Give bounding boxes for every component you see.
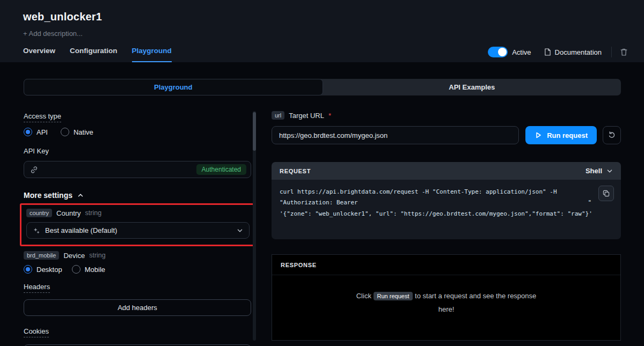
code-line-3: '{"zone": "web_unlocker1", "url": "https…: [280, 209, 613, 219]
device-tag: brd_mobile: [24, 251, 59, 260]
left-panel-scrollbar[interactable]: [253, 111, 256, 341]
radio-desktop-control[interactable]: [24, 265, 32, 274]
radio-option-api[interactable]: API: [24, 128, 48, 136]
radio-option-mobile[interactable]: Mobile: [72, 265, 105, 274]
main-content: Playground API Examples Access type API …: [0, 62, 644, 346]
reset-button[interactable]: [603, 126, 621, 144]
country-tag: country: [26, 209, 52, 217]
active-toggle-label: Active: [512, 48, 531, 56]
radio-option-native[interactable]: Native: [61, 128, 93, 136]
view-switcher: Playground API Examples: [24, 79, 621, 95]
toggle-knob: [498, 48, 507, 56]
device-label: Device: [63, 252, 85, 260]
header-divider: [611, 47, 612, 57]
api-key-field[interactable]: Authenticated: [24, 161, 251, 178]
more-settings-label: More settings: [24, 191, 72, 200]
device-param-row: brd_mobile Device string: [24, 251, 251, 260]
headers-label: Headers: [24, 283, 50, 293]
add-description[interactable]: + Add description...: [23, 30, 628, 38]
target-url-input[interactable]: https://geo.brdtest.com/mygeo.json: [272, 126, 519, 144]
play-icon: [535, 131, 542, 139]
request-panel: REQUEST Shell curl https://api.brightdat…: [272, 162, 621, 239]
country-select-value: Best available (Default): [45, 226, 117, 234]
radio-native-control[interactable]: [61, 128, 69, 136]
device-options: Desktop Mobile: [24, 265, 251, 274]
scrollbar-thumb[interactable]: [253, 112, 256, 151]
url-tag: url: [272, 111, 284, 120]
access-type-options: API Native: [24, 128, 251, 136]
view-tab-playground[interactable]: Playground: [24, 79, 323, 95]
link-icon: [30, 166, 38, 174]
response-title: RESPONSE: [272, 255, 620, 275]
more-settings-toggle[interactable]: More settings: [24, 191, 251, 200]
access-type-label: Access type: [24, 112, 61, 122]
copy-code-button[interactable]: [598, 186, 614, 201]
radio-option-desktop[interactable]: Desktop: [24, 265, 62, 274]
tab-configuration[interactable]: Configuration: [70, 47, 117, 62]
view-tab-api-examples[interactable]: API Examples: [323, 79, 621, 95]
radio-api-control[interactable]: [24, 128, 32, 136]
request-header: REQUEST Shell: [272, 162, 621, 180]
chevron-up-icon: [77, 192, 84, 198]
request-code-block: curl https://api.brightdata.com/request …: [272, 180, 621, 239]
required-asterisk: *: [328, 112, 331, 120]
cookies-label: Cookies: [24, 327, 49, 337]
tab-playground[interactable]: Playground: [132, 47, 172, 62]
documentation-label: Documentation: [555, 48, 602, 56]
delete-zone-button[interactable]: [620, 48, 628, 56]
active-toggle[interactable]: [488, 47, 508, 57]
sparkles-icon: [33, 227, 40, 234]
add-headers-button[interactable]: Add headers: [24, 299, 251, 316]
target-url-value: https://geo.brdtest.com/mygeo.json: [279, 131, 387, 139]
language-value: Shell: [586, 167, 602, 175]
code-line-2: "Authorization: Bearer ": [280, 197, 613, 208]
authenticated-badge: Authenticated: [196, 164, 246, 175]
target-url-label: Target URL: [289, 112, 324, 120]
response-panel: RESPONSE Click Run request to start a re…: [272, 254, 621, 341]
settings-panel: Access type API Native API Key Au: [24, 111, 251, 346]
request-title: REQUEST: [280, 168, 311, 174]
target-url-row: url Target URL *: [272, 111, 621, 120]
radio-mobile-control[interactable]: [72, 265, 80, 274]
language-select[interactable]: Shell: [586, 167, 613, 175]
trash-icon: [620, 48, 628, 56]
documentation-link[interactable]: Documentation: [544, 48, 602, 56]
code-line-1: curl https://api.brightdata.com/request …: [280, 187, 613, 197]
page-header: web_unlocker1 + Add description... Overv…: [0, 0, 644, 62]
country-label: Country: [56, 209, 81, 217]
country-select[interactable]: Best available (Default): [26, 222, 250, 239]
api-key-label: API Key: [24, 147, 251, 155]
country-type: string: [85, 209, 102, 217]
run-request-badge: Run request: [374, 292, 413, 300]
response-empty-message: Click Run request to start a request and…: [354, 289, 539, 316]
copy-icon: [603, 190, 610, 197]
url-form: https://geo.brdtest.com/mygeo.json Run r…: [272, 126, 621, 144]
highlight-box: country Country string Best available (D…: [20, 203, 256, 246]
header-tab-bar: Overview Configuration Playground Active…: [23, 47, 628, 62]
response-body: Click Run request to start a request and…: [272, 275, 620, 340]
chevron-down-icon: [606, 168, 613, 174]
chevron-down-icon: [237, 227, 243, 234]
document-icon: [544, 48, 551, 56]
run-request-button[interactable]: Run request: [525, 126, 597, 144]
refresh-icon: [608, 131, 616, 139]
country-param-row: country Country string: [26, 209, 250, 217]
tab-overview[interactable]: Overview: [23, 47, 55, 62]
request-column: url Target URL * https://geo.brdtest.com…: [272, 111, 621, 341]
device-type: string: [89, 252, 106, 259]
zone-title: web_unlocker1: [23, 11, 628, 23]
header-actions: Active Documentation: [488, 47, 628, 62]
